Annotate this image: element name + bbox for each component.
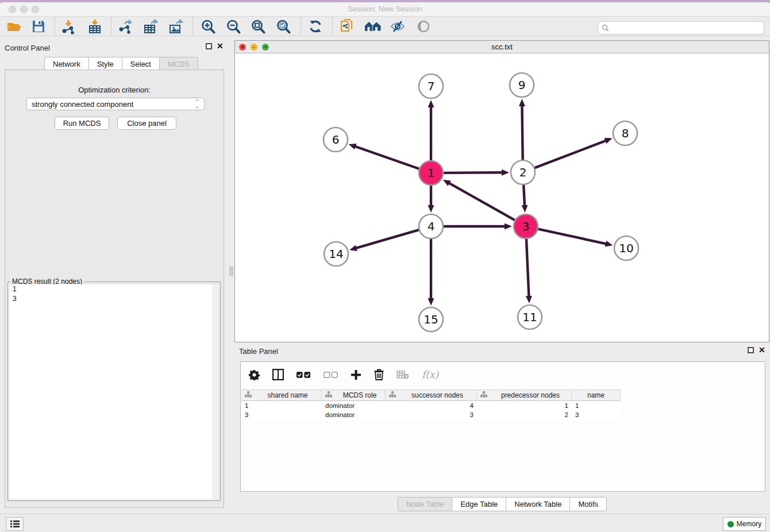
trash-button[interactable]: [374, 369, 384, 380]
graph-edge-3-11[interactable]: [526, 239, 529, 297]
plus-button[interactable]: [351, 369, 361, 380]
deselect-all-button[interactable]: [324, 371, 338, 379]
status-bar: Memory: [0, 514, 770, 532]
open-session-button[interactable]: [6, 18, 23, 34]
network-window-titlebar: ✕ − + scc.txt: [235, 41, 769, 53]
graph-edge-1-2[interactable]: [444, 172, 503, 173]
search-input[interactable]: [611, 24, 764, 32]
list-icon: [10, 520, 20, 528]
tab-motifs[interactable]: Motifs: [569, 497, 607, 511]
zoom-fit-button[interactable]: [249, 18, 267, 34]
table-row[interactable]: 3dominator323: [241, 411, 621, 420]
graph-node-label-15: 15: [424, 313, 438, 326]
tree-icon: [241, 391, 254, 399]
graph-edge-2-8[interactable]: [535, 140, 607, 168]
graph-edge-4-14[interactable]: [356, 230, 419, 248]
export-network-button[interactable]: [117, 18, 134, 34]
graph-node-label-3: 3: [522, 219, 530, 233]
select-all-button[interactable]: [297, 371, 311, 379]
tab-network-table[interactable]: Network Table: [506, 497, 569, 511]
result-scrollbar[interactable]: [212, 284, 219, 499]
toolbar-separator: [192, 18, 193, 35]
plus-icon: [351, 369, 361, 380]
home-button[interactable]: [364, 18, 382, 34]
delete-table-icon: [396, 370, 409, 379]
copy-network-button[interactable]: [338, 18, 356, 34]
graph-node-label-2: 2: [519, 165, 527, 179]
search-icon: [602, 24, 609, 32]
export-image-button[interactable]: [167, 18, 184, 34]
save-icon: [32, 20, 45, 33]
float-table-panel-icon[interactable]: [748, 347, 754, 353]
close-panel-button[interactable]: Close panel: [117, 117, 176, 130]
zoom-selected-icon: [276, 19, 291, 34]
optimization-criterion-select[interactable]: strongly connected component ⌃⌄: [26, 98, 205, 110]
graph-edge-3-10[interactable]: [538, 229, 606, 244]
zoom-in-button[interactable]: [199, 18, 217, 34]
table-row[interactable]: 1dominator411: [241, 402, 621, 411]
mcds-result-list[interactable]: 13: [9, 284, 212, 499]
graph-node-label-6: 6: [332, 133, 340, 147]
column-header-shared-name[interactable]: shared name: [241, 390, 322, 400]
table-cell: 1: [572, 402, 621, 411]
graph-edge-1-6[interactable]: [355, 147, 419, 169]
close-panel-icon[interactable]: ✕: [217, 43, 224, 49]
zoom-selected-button[interactable]: [275, 18, 292, 34]
save-session-button[interactable]: [30, 18, 47, 34]
toolbar-separator: [55, 18, 55, 35]
eye-slash-icon: [390, 20, 406, 33]
toolbar-separator: [332, 18, 333, 35]
export-table-icon: [143, 19, 159, 34]
float-panel-icon[interactable]: [206, 43, 212, 49]
zoom-out-button[interactable]: [225, 18, 242, 34]
refresh-button[interactable]: [307, 18, 324, 34]
mcds-result-line: 3: [9, 294, 212, 304]
column-header-name[interactable]: name: [572, 390, 621, 400]
import-table-button[interactable]: [86, 18, 103, 34]
run-mcds-button[interactable]: Run MCDS: [55, 117, 109, 130]
gear-button[interactable]: [249, 369, 260, 380]
close-table-panel-icon[interactable]: ✕: [759, 347, 765, 353]
table-cell: 3: [386, 411, 477, 420]
graph-node-label-11: 11: [522, 310, 537, 324]
graph-node-label-10: 10: [619, 241, 633, 255]
folder-icon: [7, 19, 22, 34]
network-canvas[interactable]: 1234678910111415: [235, 53, 769, 342]
table-toolbar: f(x): [241, 362, 765, 387]
toolbar-separator: [301, 18, 301, 35]
column-header-successor-nodes[interactable]: successor nodes: [386, 390, 477, 400]
graph-edge-2-9[interactable]: [522, 105, 522, 160]
tab-edge-table[interactable]: Edge Table: [452, 497, 506, 511]
table-cell: 4: [386, 402, 477, 411]
memory-label: Memory: [737, 520, 761, 528]
column-layout-icon: [272, 369, 284, 380]
import-network-button[interactable]: [60, 18, 77, 34]
hide-style-button[interactable]: [389, 18, 406, 34]
network-title: scc.txt: [235, 43, 769, 51]
table-cell: 3: [241, 411, 322, 420]
column-header-predecessor-nodes[interactable]: predecessor nodes: [477, 390, 572, 400]
network-view-window: ✕ − + scc.txt 1234678910111415: [234, 40, 769, 342]
column-layout-button[interactable]: [272, 369, 284, 380]
export-table-button[interactable]: [142, 18, 159, 34]
graph-edge-2-3[interactable]: [523, 185, 525, 206]
memory-button[interactable]: Memory: [723, 517, 766, 531]
node-table-container: f(x) shared nameMCDS rolesuccessor nodes…: [240, 361, 765, 492]
zoom-in-icon: [201, 19, 216, 34]
vertical-split-handle[interactable]: [229, 267, 233, 276]
zoom-fit-icon: [251, 19, 266, 34]
show-graphics-button[interactable]: [415, 18, 432, 34]
fx-button: f(x): [422, 369, 438, 380]
graph-edge-3-1[interactable]: [448, 183, 514, 220]
column-header-label: shared name: [254, 391, 321, 399]
table-cell: 3: [572, 411, 621, 420]
column-header-MCDS-role[interactable]: MCDS role: [322, 390, 386, 400]
column-header-label: predecessor nodes: [490, 391, 571, 399]
toolbar-separator: [111, 18, 111, 35]
tree-icon: [322, 391, 334, 399]
table-cell: 2: [477, 411, 572, 420]
window-titlebar: Session: New Session: [0, 2, 770, 17]
search-field[interactable]: [598, 21, 764, 34]
tab-node-table[interactable]: Node Table: [398, 497, 452, 511]
task-history-button[interactable]: [6, 517, 24, 531]
